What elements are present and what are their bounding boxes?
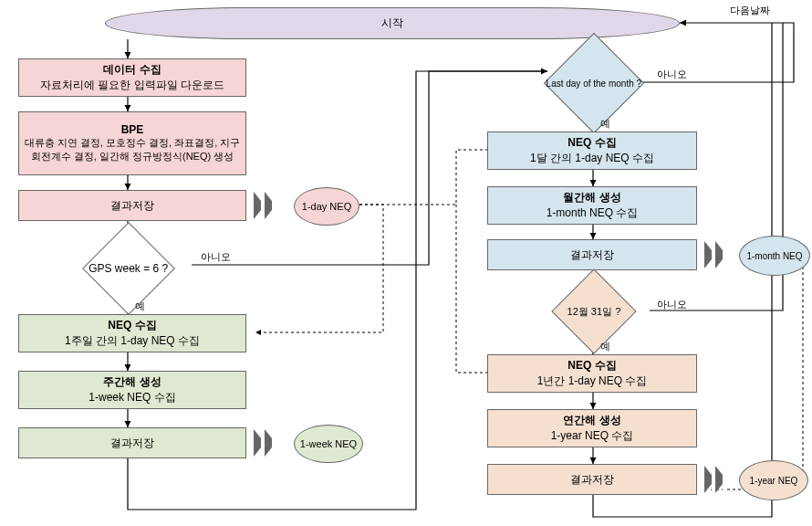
neq-1month-ellipse: 1-month NEQ — [739, 236, 810, 276]
no-label: 아니오 — [657, 298, 687, 311]
start-label: 시작 — [381, 16, 403, 31]
last-day-label: Last day of the month ? — [547, 79, 642, 89]
weekly-gen-sub: 1-week NEQ 수집 — [88, 390, 175, 405]
neq-1week-ellipse: 1-week NEQ — [294, 425, 363, 463]
data-collect-title: 데이터 수집 — [103, 62, 161, 78]
save3-label: 결과저장 — [570, 247, 614, 263]
dec31-decision: 12월 31일 ? — [551, 268, 636, 353]
chevron-icon — [265, 192, 286, 219]
neq-1year-label: 1-year NEQ — [750, 476, 798, 486]
save2-box: 결과저장 — [18, 427, 246, 458]
monthly-gen-title: 월간해 생성 — [563, 190, 620, 205]
neq-1year-ellipse: 1-year NEQ — [739, 460, 808, 500]
save1-box: 결과저장 — [18, 190, 246, 221]
chevron-icon — [715, 466, 737, 493]
bpe-box: BPE 대류층 지연 결정, 모호정수 결정, 좌표결정, 지구회전계수 결정,… — [18, 111, 246, 175]
gps-week-decision: GPS week = 6 ? — [82, 222, 175, 315]
data-collect-sub: 자료처리에 필요한 입력파일 다운로드 — [40, 78, 224, 93]
monthly-gen-sub: 1-month NEQ 수집 — [547, 205, 639, 221]
weekly-gen-box: 주간해 생성 1-week NEQ 수집 — [18, 371, 246, 409]
flowchart: 시작 다음날짜 데이터 수집 자료처리에 필요한 입력파일 다운로드 BPE 대… — [0, 0, 812, 526]
neq-collect-week-sub: 1주일 간의 1-day NEQ 수집 — [65, 333, 200, 349]
neq-collect-week-box: NEQ 수집 1주일 간의 1-day NEQ 수집 — [18, 314, 246, 352]
data-collect-box: 데이터 수집 자료처리에 필요한 입력파일 다운로드 — [18, 58, 246, 97]
neq-collect-month-title: NEQ 수집 — [567, 135, 616, 151]
neq-collect-month-sub: 1달 간의 1-day NEQ 수집 — [530, 151, 654, 166]
gps-week-label: GPS week = 6 ? — [88, 262, 168, 275]
dec31-label: 12월 31일 ? — [567, 304, 621, 318]
yearly-gen-sub: 1-year NEQ 수집 — [551, 428, 634, 444]
yearly-gen-box: 연간해 생성 1-year NEQ 수집 — [487, 409, 697, 447]
neq-collect-year-title: NEQ 수집 — [567, 358, 616, 373]
no-label: 아니오 — [657, 68, 687, 81]
save1-label: 결과저장 — [110, 198, 154, 214]
neq-collect-year-sub: 1년간 1-day NEQ 수집 — [537, 373, 648, 389]
weekly-gen-title: 주간해 생성 — [103, 374, 161, 390]
save3-box: 결과저장 — [487, 239, 697, 270]
neq-collect-year-box: NEQ 수집 1년간 1-day NEQ 수집 — [487, 354, 697, 393]
bpe-sub: 대류층 지연 결정, 모호정수 결정, 좌표결정, 지구회전계수 결정, 일간해… — [23, 136, 242, 163]
monthly-gen-box: 월간해 생성 1-month NEQ 수집 — [487, 186, 697, 225]
yearly-gen-title: 연간해 생성 — [563, 413, 620, 428]
no-label: 아니오 — [201, 250, 231, 264]
save4-box: 결과저장 — [487, 464, 697, 495]
bpe-title: BPE — [121, 123, 144, 136]
yes-label: 예 — [135, 300, 145, 313]
neq-1month-label: 1-month NEQ — [746, 251, 802, 261]
neq-collect-month-box: NEQ 수집 1달 간의 1-day NEQ 수집 — [487, 132, 697, 170]
last-day-decision: Last day of the month ? — [544, 33, 644, 133]
neq-1day-ellipse: 1-day NEQ — [294, 187, 359, 226]
next-date-label: 다음날짜 — [730, 4, 770, 17]
yes-label: 예 — [600, 117, 610, 131]
save2-label: 결과저장 — [110, 436, 154, 451]
neq-collect-week-title: NEQ 수집 — [108, 318, 156, 333]
yes-label: 예 — [600, 340, 610, 353]
neq-1day-label: 1-day NEQ — [302, 201, 351, 212]
chevron-icon — [715, 241, 737, 268]
save4-label: 결과저장 — [570, 472, 614, 488]
chevron-icon — [265, 429, 286, 457]
neq-1week-label: 1-week NEQ — [300, 438, 357, 449]
